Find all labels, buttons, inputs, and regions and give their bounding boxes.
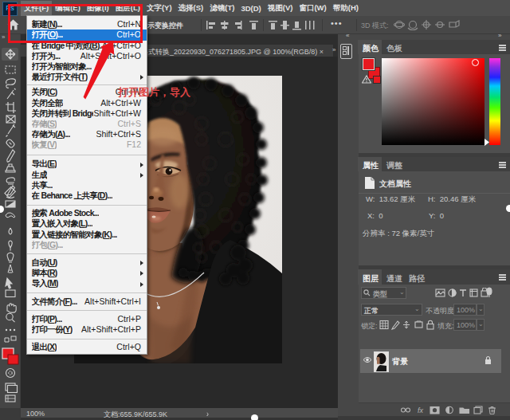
svg-text:fx: fx — [418, 406, 424, 414]
